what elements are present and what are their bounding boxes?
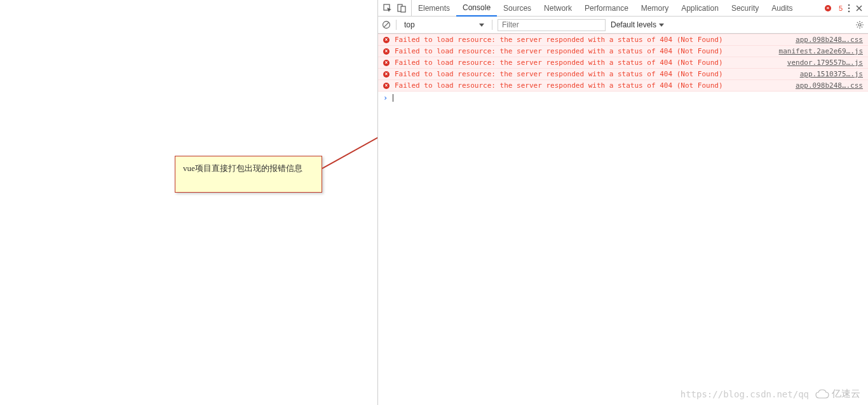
svg-line-9 [384,22,389,27]
close-icon[interactable] [855,4,863,12]
toolbar-separator [492,20,492,30]
error-source-link[interactable]: app.1510375….js [800,70,863,78]
tab-memory[interactable]: Memory [635,0,675,17]
tab-sources-label: Sources [503,4,531,13]
console-error-row[interactable]: × Failed to load resource: the server re… [378,68,868,80]
tabs-right-group: × 5 [825,4,865,13]
error-source-link[interactable]: manifest.2ae2e69….js [779,47,863,55]
watermark-brand-text: 亿速云 [832,388,860,400]
svg-point-7 [848,10,850,12]
tab-console[interactable]: Console [456,0,497,17]
watermark: https://blog.csdn.net/qq 亿速云 [681,388,860,400]
tab-performance[interactable]: Performance [578,0,635,17]
console-error-row[interactable]: × Failed to load resource: the server re… [378,45,868,57]
devtools-tabs-bar: Elements Console Sources Network Perform… [378,0,868,17]
prompt-cursor [393,94,393,102]
console-toolbar: top Default levels [378,17,868,34]
tab-performance-label: Performance [585,4,628,13]
error-source-link[interactable]: app.098b248….css [796,81,863,90]
error-source-link[interactable]: app.098b248….css [796,36,863,44]
error-message: Failed to load resource: the server resp… [395,70,795,78]
error-icon: × [383,71,390,78]
error-message: Failed to load resource: the server resp… [395,36,790,44]
error-icon: × [383,60,390,66]
toolbar-separator [396,20,397,30]
error-message: Failed to load resource: the server resp… [395,81,790,90]
filter-input[interactable] [498,19,606,31]
error-icon: × [383,48,390,55]
error-count-number: 5 [839,4,843,12]
tab-security-label: Security [731,4,759,13]
context-label: top [404,20,415,29]
watermark-url: https://blog.csdn.net/qq [681,389,809,399]
tab-network-label: Network [544,4,572,13]
tab-application-label: Application [681,4,719,13]
console-output: × Failed to load resource: the server re… [378,34,868,405]
toggle-device-icon[interactable] [397,4,406,13]
error-message: Failed to load resource: the server resp… [395,47,774,55]
error-icon: × [383,37,390,43]
clear-console-icon[interactable] [382,20,391,29]
chevron-down-icon [659,24,664,27]
more-icon[interactable] [848,4,850,13]
tab-application[interactable]: Application [675,0,725,17]
tab-sources[interactable]: Sources [497,0,538,17]
error-icon: × [383,83,390,89]
error-message: Failed to load resource: the server resp… [395,58,782,67]
watermark-logo: 亿速云 [815,388,860,400]
console-error-row[interactable]: × Failed to load resource: the server re… [378,34,868,46]
tab-network[interactable]: Network [538,0,578,17]
tab-audits-label: Audits [771,4,792,13]
inspect-element-icon[interactable] [383,4,392,13]
tab-security[interactable]: Security [725,0,765,17]
levels-label: Default levels [611,20,656,29]
settings-gear-icon[interactable] [855,20,864,29]
error-count-badge[interactable]: × 5 [825,4,843,12]
console-error-row[interactable]: × Failed to load resource: the server re… [378,79,868,92]
log-levels-selector[interactable]: Default levels [611,20,664,29]
devtools-panel: Elements Console Sources Network Perform… [377,0,868,405]
annotation-text: vue项目直接打包出现的报错信息 [183,163,302,173]
svg-point-10 [858,24,861,26]
svg-rect-4 [401,6,405,12]
tab-icons-group [381,0,412,16]
svg-point-6 [848,7,850,9]
error-source-link[interactable]: vendor.179557b….js [787,58,863,67]
error-icon: × [825,5,831,11]
console-error-row[interactable]: × Failed to load resource: the server re… [378,57,868,69]
chevron-down-icon [479,24,484,27]
page-content-area [0,0,377,405]
prompt-chevron-icon: › [383,93,388,102]
tab-audits[interactable]: Audits [765,0,799,17]
console-prompt[interactable]: › [378,92,868,104]
tab-memory-label: Memory [641,4,668,13]
context-selector[interactable]: top [402,20,487,29]
svg-point-5 [848,4,850,6]
tab-elements-label: Elements [418,4,450,13]
tab-elements[interactable]: Elements [412,0,456,17]
annotation-callout: vue项目直接打包出现的报错信息 [175,156,322,193]
tab-console-label: Console [463,3,491,12]
